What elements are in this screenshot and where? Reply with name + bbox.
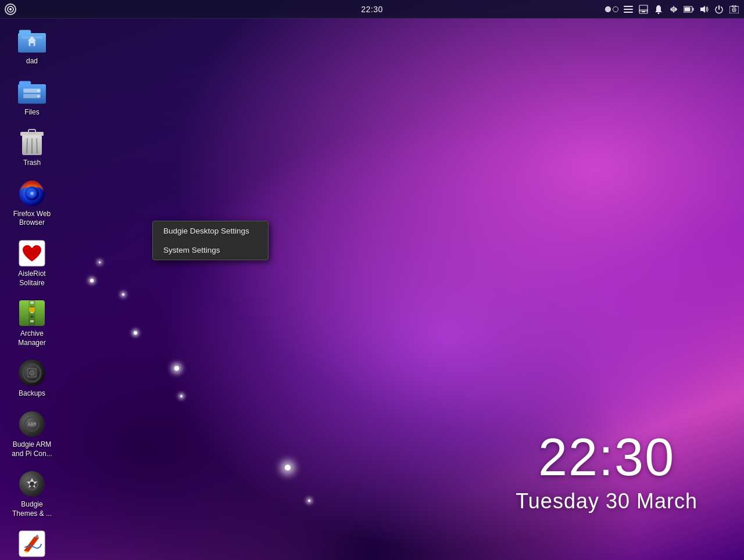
files-label: Files bbox=[24, 108, 39, 117]
svg-line-40 bbox=[37, 139, 37, 153]
firefox-icon bbox=[18, 180, 46, 207]
budgiearm-label: Budgie ARM and Pi Con... bbox=[8, 440, 56, 458]
svg-point-33 bbox=[37, 89, 40, 92]
files-tray-icon[interactable] bbox=[638, 4, 649, 15]
budgiethemes-label: Budgie Themes & ... bbox=[8, 500, 56, 518]
solitaire-icon bbox=[18, 239, 46, 267]
desktop-icons-container: dad Files bbox=[6, 23, 58, 560]
svg-rect-49 bbox=[30, 301, 34, 304]
context-menu: Budgie Desktop Settings System Settings bbox=[152, 221, 269, 260]
archive-label: Archive Manager bbox=[8, 329, 56, 347]
svg-rect-36 bbox=[28, 130, 35, 133]
dad-folder-icon bbox=[18, 27, 46, 55]
panel-right bbox=[605, 4, 739, 15]
desktop-icon-firefox[interactable]: Firefox Web Browser bbox=[6, 176, 58, 231]
network-icon[interactable] bbox=[668, 4, 679, 15]
desktop-icon-archive[interactable]: Archive Manager bbox=[6, 296, 58, 351]
drawing-icon bbox=[18, 530, 46, 558]
svg-rect-27 bbox=[30, 44, 34, 46]
svg-rect-15 bbox=[685, 7, 691, 11]
context-menu-budgie-desktop-settings[interactable]: Budgie Desktop Settings bbox=[153, 221, 268, 240]
desktop-icon-dad[interactable]: dad bbox=[6, 23, 58, 70]
backups-label: Backups bbox=[19, 389, 45, 399]
clock-time-display: 22:30 bbox=[516, 431, 698, 483]
svg-rect-3 bbox=[624, 9, 633, 10]
budgiethemes-icon bbox=[18, 470, 46, 498]
svg-point-1 bbox=[9, 8, 12, 10]
svg-rect-7 bbox=[642, 11, 645, 12]
firefox-label: Firefox Web Browser bbox=[8, 210, 56, 228]
svg-point-8 bbox=[658, 12, 660, 14]
svg-rect-2 bbox=[624, 6, 633, 7]
svg-point-68 bbox=[30, 482, 34, 486]
desktop-icon-files[interactable]: Files bbox=[6, 74, 58, 121]
panel-left bbox=[5, 3, 16, 15]
screenshot-icon[interactable] bbox=[729, 4, 739, 15]
context-menu-system-settings[interactable]: System Settings bbox=[153, 240, 268, 260]
trash-icon bbox=[18, 128, 46, 156]
desktop-icon-backups[interactable]: Backups bbox=[6, 356, 58, 402]
svg-marker-16 bbox=[700, 6, 705, 13]
desktop-icon-drawing[interactable]: Drawing bbox=[6, 526, 58, 560]
trash-label: Trash bbox=[23, 159, 41, 168]
svg-rect-29 bbox=[18, 84, 46, 103]
svg-rect-23 bbox=[19, 30, 31, 35]
power-icon[interactable] bbox=[714, 4, 724, 15]
desktop-icon-trash[interactable]: Trash bbox=[6, 125, 58, 171]
budgie-menu-button[interactable] bbox=[5, 3, 16, 15]
desktop-clock: 22:30 Tuesday 30 March bbox=[516, 431, 698, 514]
svg-point-44 bbox=[30, 192, 34, 195]
battery-icon[interactable] bbox=[684, 4, 694, 15]
workspace-dot-1[interactable] bbox=[605, 6, 611, 12]
solitaire-label: AisleRiot Solitaire bbox=[8, 270, 56, 288]
top-panel: 22:30 bbox=[0, 0, 744, 19]
desktop-icon-budgiethemes[interactable]: Budgie Themes & ... bbox=[6, 466, 58, 522]
hamburger-icon[interactable] bbox=[623, 4, 634, 15]
desktop-icon-budgiearm[interactable]: ARM Budgie ARM and Pi Con... bbox=[6, 407, 58, 462]
notifications-icon[interactable] bbox=[653, 4, 664, 15]
svg-point-34 bbox=[37, 95, 40, 97]
archive-manager-icon bbox=[18, 299, 46, 327]
desktop-icon-solitaire[interactable]: AisleRiot Solitaire bbox=[6, 236, 58, 291]
backups-icon bbox=[18, 359, 46, 387]
files-folder-icon bbox=[18, 78, 46, 106]
budgiearm-icon: ARM bbox=[18, 410, 46, 438]
svg-line-38 bbox=[27, 139, 27, 153]
svg-rect-30 bbox=[19, 81, 31, 86]
svg-rect-53 bbox=[30, 320, 34, 322]
workspace-dot-2[interactable] bbox=[613, 6, 618, 12]
clock-date-display: Tuesday 30 March bbox=[516, 489, 698, 514]
panel-clock: 22:30 bbox=[361, 5, 383, 14]
svg-rect-4 bbox=[624, 12, 633, 13]
svg-point-20 bbox=[734, 9, 735, 10]
volume-icon[interactable] bbox=[699, 4, 709, 15]
svg-rect-52 bbox=[30, 315, 34, 318]
svg-text:ARM: ARM bbox=[28, 422, 37, 428]
workspace-dots bbox=[605, 6, 618, 12]
dad-label: dad bbox=[26, 57, 38, 66]
svg-rect-14 bbox=[693, 8, 694, 10]
svg-rect-54 bbox=[29, 307, 35, 312]
svg-point-58 bbox=[30, 371, 34, 375]
